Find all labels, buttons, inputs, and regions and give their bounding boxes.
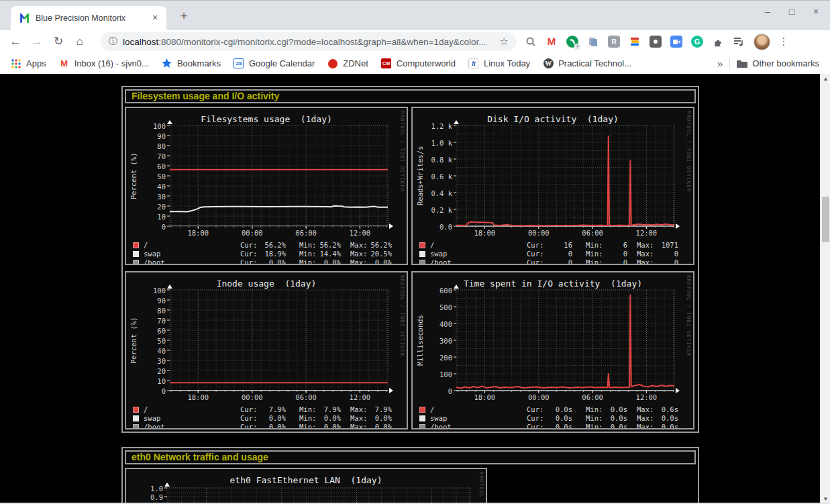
bookmarks-overflow-icon[interactable]: » (717, 58, 723, 69)
bookmark-apps[interactable]: Apps (11, 58, 46, 69)
bookmark-computerworld[interactable]: CW Computerworld (381, 58, 456, 69)
password-extension-icon[interactable] (649, 35, 662, 48)
star-icon (162, 58, 172, 69)
bookmark-star-icon[interactable]: ☆ (500, 36, 509, 48)
legend-swatch (419, 260, 425, 265)
puzzle-extensions-icon[interactable] (711, 35, 725, 48)
legend-stat: Max:0.0% (350, 258, 392, 265)
zdnet-icon (327, 58, 338, 69)
tab-close-icon[interactable]: × (149, 12, 161, 24)
legend-stat-label: Cur: (240, 250, 257, 258)
browser-tab[interactable]: Blue Precision Monitorix × (11, 6, 166, 31)
legend-row: /bootCur:0.0%Min:0.0%Max:0.0% (126, 423, 407, 430)
profile-avatar[interactable] (754, 34, 770, 50)
section-header-network: eth0 Network traffic and usage (125, 450, 696, 464)
page-info-icon[interactable]: ⓘ (109, 36, 117, 48)
eth0-traffic-plot (167, 488, 470, 504)
close-icon[interactable]: × (811, 6, 821, 17)
bookmark-zdnet[interactable]: ZDNet (327, 58, 368, 69)
x-tick-label: 06:00 (289, 393, 323, 401)
legend-name: swap (430, 250, 447, 258)
music-queue-icon[interactable] (732, 35, 745, 48)
legend-stat-value: 0.0s (556, 405, 572, 413)
legend-stat-label: Min: (586, 250, 603, 258)
legend-stat-value: 0.0s (662, 423, 678, 430)
voice-extension-icon[interactable]: ? (566, 35, 579, 48)
wordpress-icon: W (543, 58, 554, 69)
new-tab-button[interactable]: + (176, 8, 192, 24)
legend-stat-value: 6 (623, 241, 627, 249)
legend-stat-label: Cur: (527, 414, 543, 422)
legend-name: swap (144, 250, 160, 258)
legend-stat-label: Cur: (527, 405, 543, 413)
home-icon[interactable]: ⌂ (71, 33, 89, 50)
browser-toolbar: ← → ↻ ⌂ ⓘ localhost:8080/monitorix-cgi/m… (0, 30, 830, 53)
legend-swatch (419, 415, 425, 421)
legend-row: swapCur:0.0%Min:0.0%Max:0.0% (126, 414, 407, 423)
gmail-extension-icon[interactable]: M (545, 35, 558, 48)
scrollbar-thumb[interactable] (822, 197, 829, 242)
legend-stat-label: Cur: (527, 250, 543, 258)
legend-stat-value: 0.0% (324, 414, 341, 422)
maximize-icon[interactable]: □ (787, 6, 796, 17)
legend-stat-value: 7.9% (324, 405, 341, 413)
legend-stat: Max:0.0% (350, 423, 392, 430)
other-bookmarks-button[interactable]: Other bookmarks (737, 58, 819, 69)
legend-row: /Cur:7.9%Min:7.9%Max:7.9% (126, 405, 407, 414)
legend-stat-value: 0.0% (269, 258, 286, 265)
books-extension-icon[interactable] (628, 35, 641, 48)
search-extension-icon[interactable] (524, 35, 537, 48)
y-tick-label: 0.9 (126, 493, 163, 501)
r-extension-icon[interactable]: R (607, 35, 621, 48)
copy-pages-extension-icon[interactable] (586, 35, 600, 48)
legend-stat-value: 0.0% (269, 423, 286, 430)
legend-stat: Max:0 (637, 258, 678, 265)
address-bar[interactable]: ⓘ localhost:8080/monitorix-cgi/monitorix… (101, 32, 517, 51)
y-axis-label: Reads+Writes/s (415, 125, 425, 226)
legend-stat-value: 0.0% (324, 423, 341, 430)
legend-stat-value: 0.0% (269, 414, 286, 422)
bookmark-bookmarks[interactable]: Bookmarks (162, 58, 221, 69)
x-tick-label: 06:00 (289, 229, 323, 237)
zoom-extension-icon[interactable] (670, 35, 683, 48)
browser-menu-icon[interactable]: ⋮ (777, 36, 790, 48)
x-tick-label: 18:00 (468, 229, 501, 237)
x-tick-label: 06:00 (576, 393, 609, 401)
graph-filesystems-usage[interactable]: Filesystems usage (1day) RRDTOOL / TOBI … (125, 107, 408, 265)
graph-legend: /Cur:56.2%Min:56.2%Max:56.2%swapCur:18.9… (126, 241, 407, 265)
legend-stat-label: Cur: (527, 258, 543, 265)
legend-stat-label: Max: (350, 241, 367, 249)
tab-strip: Blue Precision Monitorix × + – □ × (0, 0, 830, 31)
bookmark-linux-today[interactable]: lt Linux Today (468, 58, 530, 69)
grammarly-extension-icon[interactable]: G (690, 35, 704, 48)
legend-swatch (133, 251, 139, 257)
bookmark-inbox[interactable]: M Inbox (16) - sjvn0... (59, 58, 149, 69)
filesystem-graphs-grid: Filesystems usage (1day) RRDTOOL / TOBI … (125, 107, 696, 430)
legend-stat-value: 0 (568, 250, 572, 258)
legend-stat: Max:7.9% (350, 405, 392, 413)
y-axis-label: Percent (%) (129, 125, 138, 226)
y-tick-label: 1.0 (126, 485, 163, 493)
legend-stat-label: Cur: (527, 241, 543, 249)
graph-disk-io-activity[interactable]: Disk I/O activity (1day) RRDTOOL / TOBI … (411, 107, 694, 265)
legend-stat: Max:0.0s (637, 423, 678, 430)
back-icon[interactable]: ← (7, 33, 24, 50)
legend-stat-value: 56.2% (319, 241, 341, 249)
legend-swatch (419, 407, 425, 413)
voice-badge: ? (574, 44, 580, 50)
minimize-icon[interactable]: – (763, 6, 772, 17)
graph-inode-usage[interactable]: Inode usage (1day) RRDTOOL / TOBI OETIKE… (125, 271, 408, 430)
reload-icon[interactable]: ↻ (50, 33, 67, 50)
bookmark-google-calendar[interactable]: 28 Google Calendar (234, 58, 315, 69)
bookmark-practical-tech[interactable]: W Practical Technol... (543, 58, 631, 69)
page-scrollbar[interactable]: ▲ ▼ (820, 74, 830, 504)
legend-stat: Max:56.2% (350, 241, 392, 249)
graph-time-in-io[interactable]: Time spent in I/O activity (1day) RRDTOO… (411, 271, 694, 430)
scroll-up-icon[interactable]: ▲ (821, 74, 830, 84)
legend-stat-value: 0.0% (375, 423, 392, 430)
forward-icon[interactable]: → (28, 33, 46, 50)
legend-stat-label: Min: (586, 241, 603, 249)
y-axis-label: Percent (%) (129, 290, 138, 391)
legend-stat-value: 0.0% (375, 414, 392, 422)
graph-eth0-traffic[interactable]: eth0 FastEthernet LAN (1day) RRDTOOL / T… (125, 468, 487, 504)
